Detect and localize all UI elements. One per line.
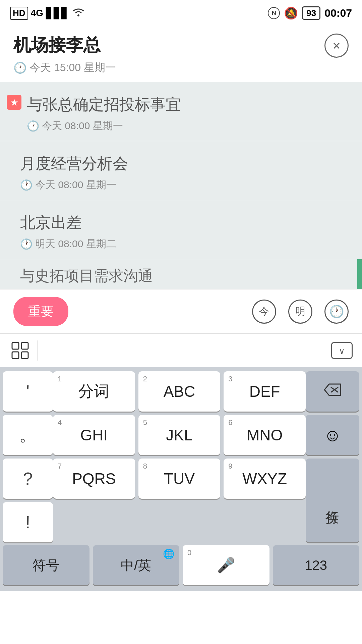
clock-icon-1: 🕐 bbox=[27, 120, 39, 132]
lang-label: 中/英 bbox=[121, 556, 151, 575]
task-title-1: 与张总确定招投标事宜 bbox=[27, 94, 345, 115]
input-divider bbox=[37, 340, 38, 361]
key-1[interactable]: 1 分词 bbox=[53, 371, 135, 412]
key-8[interactable]: 8 TUV bbox=[138, 459, 221, 499]
text-input[interactable] bbox=[41, 337, 328, 364]
key-apostrophe[interactable]: ' bbox=[3, 371, 53, 412]
key-9-label: WXYZ bbox=[242, 470, 287, 488]
key-7[interactable]: 7 PQRS bbox=[53, 459, 135, 499]
star-icon: ★ bbox=[7, 95, 21, 110]
keyboard-right-col: ☺ 换行 bbox=[306, 371, 359, 542]
key-4[interactable]: 4 GHI bbox=[53, 415, 135, 455]
svg-rect-1 bbox=[12, 342, 19, 349]
period-label: 。 bbox=[19, 415, 37, 455]
key-1-label: 分词 bbox=[78, 381, 109, 402]
svg-rect-3 bbox=[12, 352, 19, 359]
key-4-label: GHI bbox=[80, 426, 108, 444]
keyboard-bottom-row: 符号 🌐 中/英 0 🎤 123 bbox=[0, 545, 362, 591]
task-item-1[interactable]: ★ 与张总确定招投标事宜 🕐 今天 08:00 星期一 bbox=[0, 82, 362, 141]
emoji-icon: ☺ bbox=[323, 425, 341, 445]
key-7-label: PQRS bbox=[72, 470, 116, 488]
keyboard-hide-icon bbox=[331, 342, 353, 359]
clock-button[interactable]: 🕐 bbox=[324, 300, 349, 324]
header-task-time: 🕐 今天 15:00 星期一 bbox=[13, 60, 349, 75]
emoji-key[interactable]: ☺ bbox=[306, 415, 359, 455]
key-question[interactable]: ? bbox=[3, 459, 53, 499]
status-left: HD 4G ▋▋▋ bbox=[10, 7, 85, 20]
signal-icon: ▋▋▋ bbox=[46, 7, 69, 19]
network-label: 4G bbox=[31, 8, 43, 18]
delete-icon bbox=[323, 383, 342, 400]
task-time-1: 🕐 今天 08:00 星期一 bbox=[27, 119, 345, 133]
header-task: 机场接李总 🕐 今天 15:00 星期一 × bbox=[0, 23, 362, 82]
clock-icon-toolbar: 🕐 bbox=[329, 305, 344, 319]
key-2-label: ABC bbox=[164, 382, 195, 400]
grid-icon[interactable] bbox=[7, 337, 34, 364]
task-item-2[interactable]: 月度经营分析会 🕐 今天 08:00 星期一 bbox=[0, 141, 362, 200]
task-title-3: 北京出差 bbox=[20, 212, 345, 233]
task-item-3[interactable]: 北京出差 🕐 明天 08:00 星期二 bbox=[0, 200, 362, 259]
input-row bbox=[0, 334, 362, 367]
keyboard-grid: 1 分词 2 ABC 3 DEF 4 GHI 5 JKL 6 MNO bbox=[53, 371, 306, 542]
clock-icon-2: 🕐 bbox=[20, 179, 33, 191]
key-3[interactable]: 3 DEF bbox=[224, 371, 306, 412]
keyboard-main: ' 。 ? ! 1 分词 2 ABC 3 bbox=[0, 367, 362, 545]
key-exclaim[interactable]: ! bbox=[3, 502, 53, 542]
nfc-icon: N bbox=[268, 7, 280, 19]
tomorrow-button[interactable]: 明 bbox=[288, 300, 312, 324]
symbol-label: 符号 bbox=[33, 556, 59, 575]
key-9[interactable]: 9 WXYZ bbox=[224, 459, 306, 499]
close-button[interactable]: × bbox=[324, 34, 349, 58]
key-8-label: TUV bbox=[164, 470, 195, 488]
status-right: N 🔕 93 00:07 bbox=[268, 6, 352, 20]
apostrophe-label: ' bbox=[26, 371, 29, 412]
lang-key[interactable]: 🌐 中/英 bbox=[93, 545, 180, 585]
globe-icon: 🌐 bbox=[163, 548, 175, 559]
toolbar: 重要 今 明 🕐 bbox=[0, 289, 362, 334]
task-list: ★ 与张总确定招投标事宜 🕐 今天 08:00 星期一 月度经营分析会 🕐 今天… bbox=[0, 82, 362, 289]
keyboard-left-col: ' 。 ? ! bbox=[3, 371, 53, 542]
key-2[interactable]: 2 ABC bbox=[138, 371, 221, 412]
tomorrow-label: 明 bbox=[295, 305, 305, 318]
question-label: ? bbox=[23, 459, 33, 499]
task-title-2: 月度经营分析会 bbox=[20, 153, 345, 174]
exclaim-label: ! bbox=[25, 502, 30, 542]
bell-mute-icon: 🔕 bbox=[284, 6, 298, 20]
today-label: 今 bbox=[259, 305, 269, 318]
mic-icon: 🎤 bbox=[217, 556, 235, 574]
task-partial: 与史拓项目需求沟通 bbox=[0, 259, 362, 289]
time-label: 00:07 bbox=[324, 7, 352, 19]
important-button[interactable]: 重要 bbox=[13, 297, 68, 326]
number-label: 123 bbox=[305, 558, 327, 573]
mic-key[interactable]: 0 🎤 bbox=[183, 545, 269, 585]
key-6[interactable]: 6 MNO bbox=[224, 415, 306, 455]
number-key[interactable]: 123 bbox=[273, 545, 360, 585]
keyboard: ' 。 ? ! 1 分词 2 ABC 3 bbox=[0, 367, 362, 591]
enter-key[interactable]: 换行 bbox=[306, 459, 359, 542]
hd-label: HD bbox=[10, 7, 28, 20]
key-5-label: JKL bbox=[166, 426, 192, 444]
key-6-label: MNO bbox=[247, 426, 283, 444]
key-period[interactable]: 。 bbox=[3, 415, 53, 455]
close-icon: × bbox=[333, 39, 340, 52]
keyboard-hide-button[interactable] bbox=[328, 337, 355, 364]
status-bar: HD 4G ▋▋▋ N 🔕 93 00:07 bbox=[0, 0, 362, 23]
header-task-title: 机场接李总 bbox=[13, 34, 349, 57]
task-time-3: 🕐 明天 08:00 星期二 bbox=[20, 237, 345, 251]
svg-point-0 bbox=[77, 14, 79, 16]
key-5[interactable]: 5 JKL bbox=[138, 415, 221, 455]
clock-icon-header: 🕐 bbox=[13, 61, 27, 74]
battery-label: 93 bbox=[302, 8, 320, 18]
svg-rect-2 bbox=[21, 342, 28, 349]
key-3-label: DEF bbox=[249, 382, 280, 400]
svg-rect-4 bbox=[21, 352, 28, 359]
clock-icon-3: 🕐 bbox=[20, 238, 33, 250]
today-button[interactable]: 今 bbox=[252, 300, 276, 324]
task-time-2: 🕐 今天 08:00 星期一 bbox=[20, 178, 345, 192]
wifi-icon bbox=[72, 7, 85, 19]
symbol-key[interactable]: 符号 bbox=[3, 545, 89, 585]
delete-key[interactable] bbox=[306, 371, 359, 412]
